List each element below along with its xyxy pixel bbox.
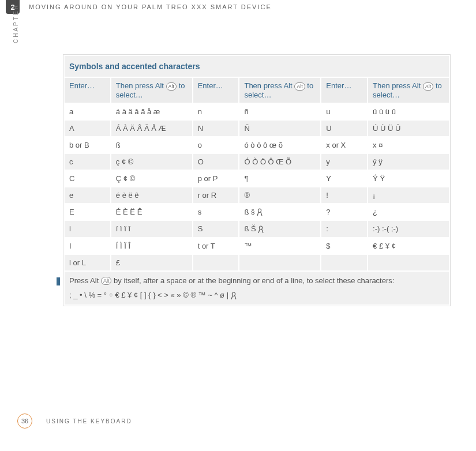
alt-key-icon: Alt — [294, 82, 305, 91]
cell-select — [368, 255, 449, 270]
cell-enter: ! — [321, 187, 367, 203]
alt-key-icon: Alt — [423, 82, 434, 91]
cell-select: á à ä â ã å æ — [111, 104, 192, 119]
footnote-line-1: Press Alt Alt by itself, after a space o… — [69, 275, 444, 287]
ribbon-icon — [258, 226, 264, 234]
cell-select: ® — [239, 187, 320, 203]
cell-select: Ó Ò Ö Ô Œ Õ — [239, 154, 320, 170]
cell-select: É È Ë Ê — [111, 204, 192, 220]
col-header-select: Then press Alt Alt to select… — [239, 78, 320, 103]
cell-enter: S — [193, 221, 239, 237]
table-row: eé è ë êr or R®! ¡ — [65, 187, 449, 203]
cell-enter: t or T — [193, 238, 239, 254]
col-header-enter: Enter… — [65, 78, 110, 103]
footnote-post: by itself, after a space or at the begin… — [111, 276, 394, 285]
cell-enter: A — [65, 121, 110, 136]
footnote-row: Press Alt Alt by itself, after a space o… — [65, 272, 449, 305]
cell-enter: I — [65, 238, 110, 254]
cell-enter: N — [193, 121, 239, 136]
cell-enter: s — [193, 204, 239, 220]
head-select-pre: Then press Alt — [244, 81, 294, 90]
cell-select: ¡ — [368, 187, 449, 203]
cell-select: :-) :-( ;-) — [368, 221, 449, 237]
cell-enter: y — [321, 154, 367, 170]
table-row: IÍ Ì Ï Ît or T™$€ £ ¥ ¢ — [65, 238, 449, 254]
footnote-line-2: ; _ • \ % = ° ÷ € £ ¥ ¢ [ ] { } < > « » … — [69, 290, 444, 301]
cell-select: Á À Ä Â Ã Å Æ — [111, 121, 192, 136]
cell-select: é è ë ê — [111, 187, 192, 203]
cell-select: ß Š — [239, 221, 320, 237]
cell-select: ç ¢ © — [111, 154, 192, 170]
table-row: ií ì ï îSß Š ::-) :-( ;-) — [65, 221, 449, 237]
cell-enter: a — [65, 104, 110, 119]
cell-enter: u — [321, 104, 367, 119]
cell-enter: U — [321, 121, 367, 136]
cell-enter — [321, 255, 367, 270]
cell-enter — [193, 255, 239, 270]
cell-enter: o — [193, 137, 239, 153]
footnote-marker-icon — [57, 277, 60, 285]
cell-select: ó ò ö ô œ õ — [239, 137, 320, 153]
table-title: Symbols and accented characters — [65, 56, 449, 77]
content-area: Symbols and accented characters Enter… T… — [63, 55, 450, 306]
table-row: aá à ä â ã å ænñuú ù ü û — [65, 104, 449, 119]
table-row: AÁ À Ä Â Ã Å ÆNÑUÚ Ù Ü Û — [65, 121, 449, 136]
col-header-select: Then press Alt Alt to select… — [368, 78, 449, 103]
table-row: EÉ È Ë Êsß š ? ¿ — [65, 204, 449, 220]
table-row: cç ¢ ©OÓ Ò Ö Ô Œ Õy ý ÿ — [65, 154, 449, 170]
ribbon-icon — [257, 208, 263, 216]
cell-select: Í Ì Ï Î — [111, 238, 192, 254]
table-row: l or L£ — [65, 255, 449, 270]
cell-select — [239, 255, 320, 270]
cell-select: ß š — [239, 204, 320, 220]
head-select-pre: Then press Alt — [373, 81, 423, 90]
footer-section-label: USING THE KEYBOARD — [46, 418, 132, 424]
cell-select: £ — [111, 255, 192, 270]
cell-enter: l or L — [65, 255, 110, 270]
cell-select: Ç ¢ © — [111, 171, 192, 186]
cell-enter: p or P — [193, 171, 239, 186]
cell-select: ñ — [239, 104, 320, 119]
col-header-select: Then press Alt Alt to select… — [111, 78, 192, 103]
cell-enter: b or B — [65, 137, 110, 153]
cell-enter: Y — [321, 171, 367, 186]
cell-enter: E — [65, 204, 110, 220]
cell-select: Ý Ÿ — [368, 171, 449, 186]
cell-enter: x or X — [321, 137, 367, 153]
cell-enter: $ — [321, 238, 367, 254]
alt-key-icon: Alt — [101, 277, 112, 285]
cell-enter: i — [65, 221, 110, 237]
cell-select: € £ ¥ ¢ — [368, 238, 449, 254]
cell-enter: c — [65, 154, 110, 170]
symbols-table: Symbols and accented characters Enter… T… — [63, 55, 450, 306]
head-select-pre: Then press Alt — [116, 81, 166, 90]
table-row: CÇ ¢ ©p or P¶Y Ý Ÿ — [65, 171, 449, 186]
footnote-pre: Press Alt — [69, 276, 101, 285]
cell-select: Ú Ù Ü Û — [368, 121, 449, 136]
col-header-enter: Enter… — [193, 78, 239, 103]
cell-select: x ¤ — [368, 137, 449, 153]
alt-key-icon: Alt — [166, 82, 177, 91]
cell-enter: ? — [321, 204, 367, 220]
cell-enter: C — [65, 171, 110, 186]
cell-select: ¶ — [239, 171, 320, 186]
cell-select: ¿ — [368, 204, 449, 220]
cell-enter: O — [193, 154, 239, 170]
table-header-row: Enter… Then press Alt Alt to select… Ent… — [65, 78, 449, 103]
table-title-row: Symbols and accented characters — [65, 56, 449, 77]
page-number-badge: 36 — [17, 414, 32, 429]
cell-select: ý ÿ — [368, 154, 449, 170]
chapter-side-label: CHAPTER — [13, 3, 19, 43]
cell-enter: r or R — [193, 187, 239, 203]
cell-enter: n — [193, 104, 239, 119]
col-header-enter: Enter… — [321, 78, 367, 103]
cell-enter: : — [321, 221, 367, 237]
cell-select: ú ù ü û — [368, 104, 449, 119]
cell-select: Ñ — [239, 121, 320, 136]
page-header-title: MOVING AROUND ON YOUR PALM TREO XXX SMAR… — [29, 3, 272, 10]
cell-select: í ì ï î — [111, 221, 192, 237]
cell-select: ™ — [239, 238, 320, 254]
ribbon-icon — [231, 292, 237, 300]
cell-select: ß — [111, 137, 192, 153]
table-row: b or Bßoó ò ö ô œ õx or Xx ¤ — [65, 137, 449, 153]
